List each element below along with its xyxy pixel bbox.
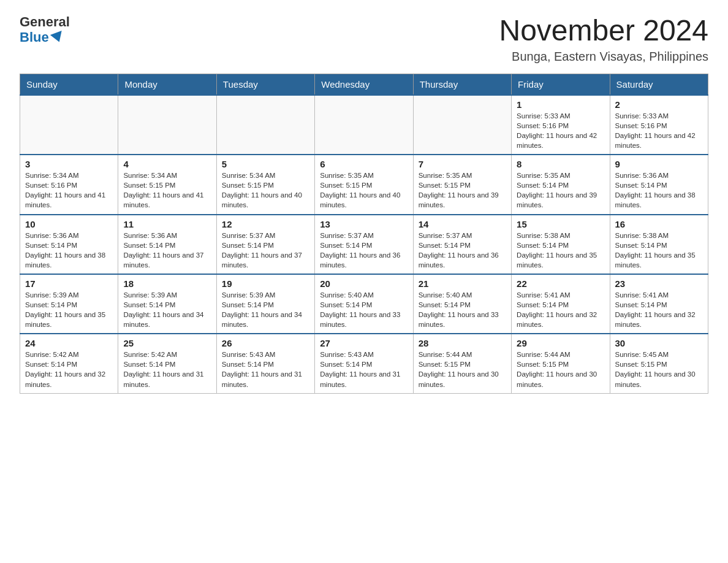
weekday-header-tuesday: Tuesday (216, 74, 314, 95)
calendar-cell: 26Sunrise: 5:43 AMSunset: 5:14 PMDayligh… (216, 334, 314, 393)
day-info: Sunrise: 5:33 AMSunset: 5:16 PMDaylight:… (615, 111, 703, 150)
calendar-cell: 25Sunrise: 5:42 AMSunset: 5:14 PMDayligh… (118, 334, 216, 393)
calendar-cell: 22Sunrise: 5:41 AMSunset: 5:14 PMDayligh… (512, 274, 610, 334)
calendar-cell: 15Sunrise: 5:38 AMSunset: 5:14 PMDayligh… (512, 215, 610, 274)
day-number: 15 (517, 219, 604, 229)
day-number: 13 (320, 219, 408, 229)
week-row-4: 17Sunrise: 5:39 AMSunset: 5:14 PMDayligh… (20, 274, 708, 334)
calendar-cell: 17Sunrise: 5:39 AMSunset: 5:14 PMDayligh… (20, 274, 118, 334)
day-number: 6 (320, 159, 408, 169)
day-info: Sunrise: 5:36 AMSunset: 5:14 PMDaylight:… (123, 231, 211, 270)
calendar-cell: 1Sunrise: 5:33 AMSunset: 5:16 PMDaylight… (512, 95, 610, 155)
day-number: 5 (222, 159, 309, 169)
day-info: Sunrise: 5:34 AMSunset: 5:15 PMDaylight:… (123, 170, 211, 210)
day-info: Sunrise: 5:37 AMSunset: 5:14 PMDaylight:… (419, 231, 506, 270)
day-number: 24 (25, 338, 113, 348)
day-info: Sunrise: 5:40 AMSunset: 5:14 PMDaylight:… (320, 290, 408, 329)
day-info: Sunrise: 5:44 AMSunset: 5:15 PMDaylight:… (517, 350, 604, 389)
day-info: Sunrise: 5:43 AMSunset: 5:14 PMDaylight:… (320, 350, 408, 389)
calendar-cell: 8Sunrise: 5:35 AMSunset: 5:14 PMDaylight… (512, 155, 610, 214)
weekday-header-sunday: Sunday (20, 74, 118, 95)
logo: General Blue (20, 15, 70, 45)
day-number: 21 (419, 278, 506, 289)
day-info: Sunrise: 5:34 AMSunset: 5:15 PMDaylight:… (222, 170, 309, 210)
weekday-header-monday: Monday (118, 74, 216, 95)
calendar-cell: 27Sunrise: 5:43 AMSunset: 5:14 PMDayligh… (315, 334, 413, 393)
calendar-cell: 6Sunrise: 5:35 AMSunset: 5:15 PMDaylight… (315, 155, 413, 214)
calendar-cell: 29Sunrise: 5:44 AMSunset: 5:15 PMDayligh… (512, 334, 610, 393)
weekday-header-thursday: Thursday (413, 74, 511, 95)
day-number: 27 (320, 338, 408, 348)
calendar-cell: 23Sunrise: 5:41 AMSunset: 5:14 PMDayligh… (610, 274, 708, 334)
calendar-table: SundayMondayTuesdayWednesdayThursdayFrid… (20, 74, 708, 394)
day-number: 23 (615, 278, 703, 289)
week-row-2: 3Sunrise: 5:34 AMSunset: 5:16 PMDaylight… (20, 155, 708, 214)
day-info: Sunrise: 5:41 AMSunset: 5:14 PMDaylight:… (615, 290, 703, 329)
day-info: Sunrise: 5:41 AMSunset: 5:14 PMDaylight:… (517, 290, 604, 329)
calendar-cell: 16Sunrise: 5:38 AMSunset: 5:14 PMDayligh… (610, 215, 708, 274)
calendar-cell: 12Sunrise: 5:37 AMSunset: 5:14 PMDayligh… (216, 215, 314, 274)
day-number: 11 (123, 219, 211, 229)
weekday-header-friday: Friday (512, 74, 610, 95)
day-number: 2 (615, 99, 703, 110)
day-info: Sunrise: 5:39 AMSunset: 5:14 PMDaylight:… (123, 290, 211, 329)
calendar-cell (413, 95, 511, 155)
day-number: 29 (517, 338, 604, 348)
day-number: 10 (25, 219, 113, 229)
day-number: 7 (419, 159, 506, 169)
day-number: 12 (222, 219, 309, 229)
day-number: 3 (25, 159, 113, 169)
day-info: Sunrise: 5:38 AMSunset: 5:14 PMDaylight:… (517, 231, 604, 270)
calendar-header-row: SundayMondayTuesdayWednesdayThursdayFrid… (20, 74, 708, 95)
week-row-1: 1Sunrise: 5:33 AMSunset: 5:16 PMDaylight… (20, 95, 708, 155)
calendar-cell: 19Sunrise: 5:39 AMSunset: 5:14 PMDayligh… (216, 274, 314, 334)
week-row-5: 24Sunrise: 5:42 AMSunset: 5:14 PMDayligh… (20, 334, 708, 393)
title-block: November 2024 Bunga, Eastern Visayas, Ph… (499, 15, 708, 64)
day-info: Sunrise: 5:39 AMSunset: 5:14 PMDaylight:… (25, 290, 113, 329)
calendar-cell (20, 95, 118, 155)
calendar-cell: 18Sunrise: 5:39 AMSunset: 5:14 PMDayligh… (118, 274, 216, 334)
location-text: Bunga, Eastern Visayas, Philippines (499, 50, 708, 64)
calendar-cell (315, 95, 413, 155)
day-info: Sunrise: 5:44 AMSunset: 5:15 PMDaylight:… (419, 350, 506, 389)
calendar-cell: 3Sunrise: 5:34 AMSunset: 5:16 PMDaylight… (20, 155, 118, 214)
day-number: 1 (517, 99, 604, 110)
day-info: Sunrise: 5:42 AMSunset: 5:14 PMDaylight:… (123, 350, 211, 389)
logo-triangle-icon (50, 31, 65, 44)
day-info: Sunrise: 5:39 AMSunset: 5:14 PMDaylight:… (222, 290, 309, 329)
day-info: Sunrise: 5:37 AMSunset: 5:14 PMDaylight:… (222, 231, 309, 270)
day-info: Sunrise: 5:45 AMSunset: 5:15 PMDaylight:… (615, 350, 703, 389)
weekday-header-wednesday: Wednesday (315, 74, 413, 95)
calendar-cell (216, 95, 314, 155)
day-number: 26 (222, 338, 309, 348)
calendar-cell: 14Sunrise: 5:37 AMSunset: 5:14 PMDayligh… (413, 215, 511, 274)
day-number: 30 (615, 338, 703, 348)
day-info: Sunrise: 5:40 AMSunset: 5:14 PMDaylight:… (419, 290, 506, 329)
calendar-cell: 2Sunrise: 5:33 AMSunset: 5:16 PMDaylight… (610, 95, 708, 155)
month-title: November 2024 (499, 15, 708, 47)
calendar-cell: 5Sunrise: 5:34 AMSunset: 5:15 PMDaylight… (216, 155, 314, 214)
calendar-cell: 7Sunrise: 5:35 AMSunset: 5:15 PMDaylight… (413, 155, 511, 214)
calendar-cell: 10Sunrise: 5:36 AMSunset: 5:14 PMDayligh… (20, 215, 118, 274)
weekday-header-saturday: Saturday (610, 74, 708, 95)
day-number: 16 (615, 219, 703, 229)
day-number: 25 (123, 338, 211, 348)
day-info: Sunrise: 5:35 AMSunset: 5:15 PMDaylight:… (419, 170, 506, 210)
day-number: 18 (123, 278, 211, 289)
day-number: 22 (517, 278, 604, 289)
day-info: Sunrise: 5:33 AMSunset: 5:16 PMDaylight:… (517, 111, 604, 150)
day-number: 14 (419, 219, 506, 229)
day-info: Sunrise: 5:36 AMSunset: 5:14 PMDaylight:… (25, 231, 113, 270)
week-row-3: 10Sunrise: 5:36 AMSunset: 5:14 PMDayligh… (20, 215, 708, 274)
calendar-cell: 24Sunrise: 5:42 AMSunset: 5:14 PMDayligh… (20, 334, 118, 393)
page-header: General Blue November 2024 Bunga, Easter… (20, 15, 708, 64)
calendar-cell: 30Sunrise: 5:45 AMSunset: 5:15 PMDayligh… (610, 334, 708, 393)
calendar-cell: 4Sunrise: 5:34 AMSunset: 5:15 PMDaylight… (118, 155, 216, 214)
day-info: Sunrise: 5:43 AMSunset: 5:14 PMDaylight:… (222, 350, 309, 389)
day-number: 4 (123, 159, 211, 169)
day-info: Sunrise: 5:42 AMSunset: 5:14 PMDaylight:… (25, 350, 113, 389)
calendar-cell: 9Sunrise: 5:36 AMSunset: 5:14 PMDaylight… (610, 155, 708, 214)
day-number: 17 (25, 278, 113, 289)
day-number: 19 (222, 278, 309, 289)
calendar-cell: 21Sunrise: 5:40 AMSunset: 5:14 PMDayligh… (413, 274, 511, 334)
